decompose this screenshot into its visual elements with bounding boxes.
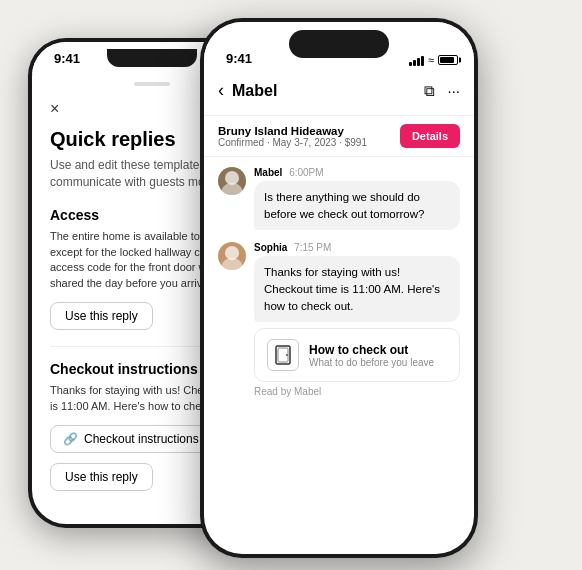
status-icons: ≈ (409, 54, 458, 66)
booking-card: Bruny Island Hideaway Confirmed · May 3-… (204, 116, 474, 157)
drag-handle (134, 82, 170, 86)
battery-icon (438, 55, 458, 65)
avatar-sophia (218, 242, 246, 270)
avatar-mabel (218, 167, 246, 195)
booking-title: Bruny Island Hideaway (218, 125, 367, 137)
checkout-instructions-link[interactable]: 🔗 Checkout instructions (50, 425, 212, 453)
booking-subtitle: Confirmed · May 3-7, 2023 · $991 (218, 137, 367, 148)
checkout-card-text: How to check out What to do before you l… (309, 343, 434, 368)
details-button[interactable]: Details (400, 124, 460, 148)
scene: 9:41 × Quick replies Use and edit these … (0, 0, 582, 570)
chat-contact-name: Mabel (232, 82, 416, 100)
message-row-sophia: Sophia 7:15 PM Thanks for staying with u… (218, 242, 460, 397)
checkout-card[interactable]: How to check out What to do before you l… (254, 328, 460, 382)
msg-time-sophia: 7:15 PM (294, 242, 331, 253)
use-this-reply-button-2[interactable]: Use this reply (50, 463, 153, 491)
msg-text-mabel: Is there anything we should do before we… (254, 181, 460, 230)
svg-point-2 (286, 354, 288, 356)
booking-info: Bruny Island Hideaway Confirmed · May 3-… (218, 125, 367, 148)
message-body-mabel: Mabel 6:00PM Is there anything we should… (254, 167, 460, 230)
header-actions: ⧉ ··· (424, 82, 460, 100)
copy-icon[interactable]: ⧉ (424, 82, 435, 100)
notch-back (107, 49, 197, 67)
use-this-reply-button-1[interactable]: Use this reply (50, 302, 153, 330)
dynamic-island (289, 30, 389, 58)
checkout-link-label: Checkout instructions (84, 432, 199, 446)
msg-sender-sophia: Sophia 7:15 PM (254, 242, 460, 253)
message-body-sophia: Sophia 7:15 PM Thanks for staying with u… (254, 242, 460, 397)
phone-front: 9:41 ≈ ‹ Mab (200, 18, 478, 558)
msg-text-sophia: Thanks for staying with us! Checkout tim… (254, 256, 460, 322)
status-time-back: 9:41 (54, 51, 80, 66)
more-options-icon[interactable]: ··· (447, 82, 460, 99)
signal-icon (409, 54, 424, 66)
msg-time-mabel: 6:00PM (289, 167, 323, 178)
checkout-card-subtitle: What to do before you leave (309, 357, 434, 368)
checkout-card-title: How to check out (309, 343, 434, 357)
wifi-icon: ≈ (428, 54, 434, 66)
msg-sender-mabel: Mabel 6:00PM (254, 167, 460, 178)
read-receipt: Read by Mabel (254, 386, 460, 397)
message-row-mabel: Mabel 6:00PM Is there anything we should… (218, 167, 460, 230)
back-button[interactable]: ‹ (218, 80, 224, 101)
checkout-card-icon (267, 339, 299, 371)
link-icon: 🔗 (63, 432, 78, 446)
chat-messages: Mabel 6:00PM Is there anything we should… (204, 157, 474, 554)
door-icon (274, 345, 292, 365)
status-time-front: 9:41 (226, 51, 252, 66)
chat-header: ‹ Mabel ⧉ ··· (204, 74, 474, 116)
